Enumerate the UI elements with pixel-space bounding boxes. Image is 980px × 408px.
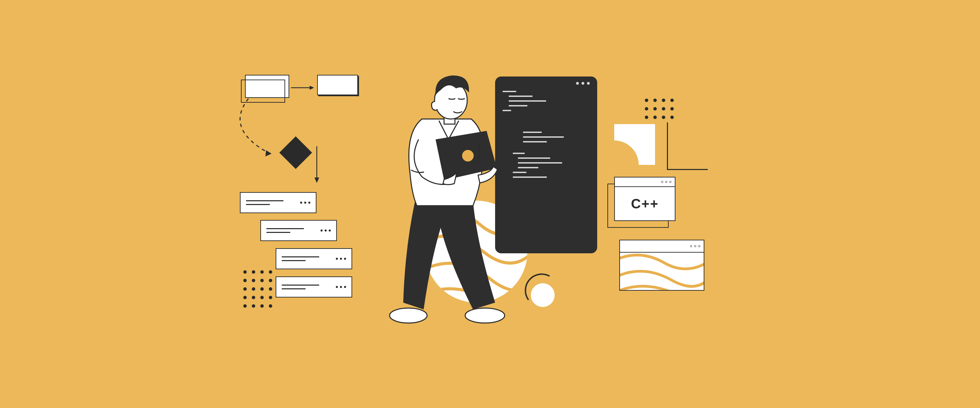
quarter-cutout-shape: [614, 124, 655, 165]
flow-box-2: [317, 75, 358, 95]
wavy-texture-card: [619, 240, 705, 291]
svg-point-7: [531, 283, 555, 307]
arrow-right-icon: [291, 84, 315, 91]
arrow-down-icon: [313, 146, 321, 184]
svg-point-8: [390, 308, 427, 323]
list-card-3: [275, 248, 352, 269]
svg-point-10: [462, 150, 474, 162]
dot-grid-right: [645, 98, 674, 119]
circle-arc-shape: [522, 272, 560, 310]
illustration-stage: C++: [180, 75, 800, 333]
dot-grid-left: [243, 270, 272, 308]
list-card-2: [260, 220, 337, 241]
svg-marker-4: [314, 178, 319, 183]
svg-point-9: [465, 308, 504, 323]
person-with-laptop: [371, 71, 527, 330]
list-card-1: [240, 192, 317, 213]
cpp-label: C++: [615, 187, 675, 220]
svg-marker-1: [310, 86, 314, 90]
svg-marker-2: [266, 150, 272, 156]
cpp-window: C++: [614, 177, 675, 221]
dashed-curve-arrow-icon: [228, 98, 289, 160]
angle-bracket-shape: [667, 122, 708, 170]
wavy-card-controls-icon: [619, 240, 705, 252]
list-card-4: [275, 276, 352, 297]
cpp-window-controls-icon: [615, 178, 675, 187]
